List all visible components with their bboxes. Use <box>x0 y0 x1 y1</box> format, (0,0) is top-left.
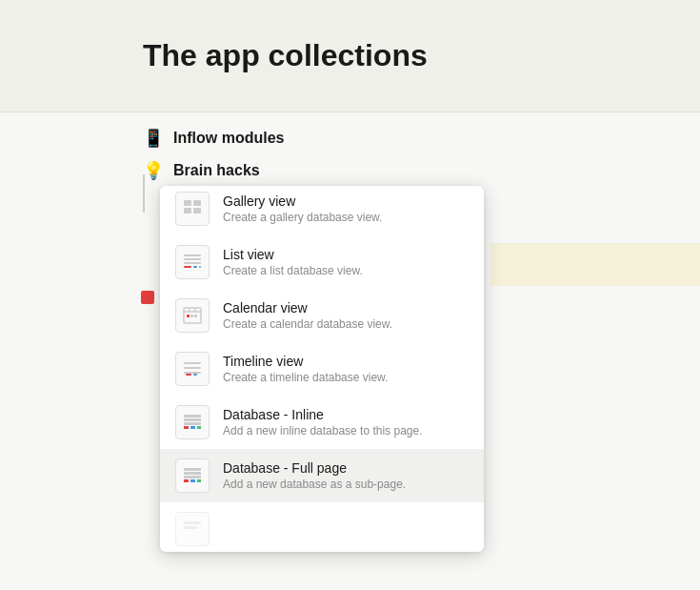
collection-item-inflow[interactable]: 📱 Inflow modules <box>143 122 557 154</box>
page-title: The app collections <box>143 38 557 73</box>
dropdown-item-timeline-view[interactable]: Timeline view Create a timeline database… <box>160 342 484 396</box>
svg-rect-30 <box>184 476 201 478</box>
list-view-text: List view Create a list database view. <box>223 247 363 277</box>
timeline-view-icon <box>175 352 210 386</box>
database-inline-desc: Add a new inline database to this page. <box>223 424 422 437</box>
page-header: The app collections <box>0 0 700 112</box>
database-full-page-icon <box>175 458 210 493</box>
dropdown-item-database-full-page[interactable]: Database - Full page Add a new database … <box>160 449 484 502</box>
timeline-view-text: Timeline view Create a timeline database… <box>223 354 388 384</box>
svg-rect-6 <box>184 262 201 264</box>
svg-rect-5 <box>184 258 201 260</box>
svg-rect-22 <box>184 415 201 417</box>
red-indicator-icon <box>141 291 154 304</box>
svg-rect-15 <box>190 315 193 317</box>
svg-rect-34 <box>184 521 201 524</box>
timeline-view-title: Timeline view <box>223 354 388 369</box>
svg-rect-14 <box>187 315 190 317</box>
svg-rect-2 <box>184 208 191 214</box>
svg-rect-19 <box>184 372 201 374</box>
collection-label-inflow: Inflow modules <box>173 130 284 147</box>
partial-icon <box>175 512 210 546</box>
timeline-view-desc: Create a timeline database view. <box>223 371 388 384</box>
svg-rect-25 <box>184 426 189 429</box>
svg-rect-20 <box>186 374 191 376</box>
svg-rect-24 <box>184 422 201 425</box>
list-view-desc: Create a list database view. <box>223 264 363 277</box>
svg-rect-21 <box>193 374 197 376</box>
svg-rect-31 <box>184 479 189 482</box>
svg-rect-8 <box>193 266 197 268</box>
dropdown-item-partial-bottom: ​ <box>160 502 484 552</box>
svg-rect-23 <box>184 418 201 421</box>
dropdown-popup: Gallery view Create a gallery database v… <box>160 186 484 552</box>
calendar-view-icon <box>175 298 210 333</box>
collection-item-brainhacks[interactable]: 💡 Brain hacks <box>143 154 557 187</box>
collection-label-brainhacks: Brain hacks <box>173 162 260 179</box>
svg-rect-28 <box>184 468 201 471</box>
svg-rect-33 <box>197 479 201 482</box>
svg-rect-9 <box>199 266 201 268</box>
dropdown-item-database-inline[interactable]: Database - Inline Add a new inline datab… <box>160 396 484 449</box>
calendar-view-text: Calendar view Create a calendar database… <box>223 300 392 331</box>
dropdown-item-gallery-view[interactable]: Gallery view Create a gallery database v… <box>160 186 484 235</box>
gallery-view-desc: Create a gallery database view. <box>223 211 382 224</box>
vertical-divider <box>143 174 145 213</box>
database-full-page-text: Database - Full page Add a new database … <box>223 460 406 491</box>
svg-rect-29 <box>184 472 201 475</box>
collection-list: 📱 Inflow modules 💡 Brain hacks <box>0 112 700 196</box>
svg-rect-27 <box>197 426 201 429</box>
highlight-bar <box>490 243 700 286</box>
gallery-view-icon <box>175 192 210 226</box>
svg-rect-26 <box>190 426 195 429</box>
background-page: The app collections 📱 Inflow modules 💡 B… <box>0 0 700 590</box>
database-inline-title: Database - Inline <box>223 407 422 422</box>
svg-rect-7 <box>184 266 191 268</box>
database-full-page-desc: Add a new database as a sub-page. <box>223 478 406 491</box>
list-view-icon <box>175 245 210 279</box>
svg-rect-0 <box>184 200 191 206</box>
calendar-view-title: Calendar view <box>223 300 392 315</box>
bulb-icon: 💡 <box>143 160 164 181</box>
database-inline-icon <box>175 405 210 439</box>
svg-rect-16 <box>194 315 197 317</box>
svg-rect-18 <box>184 367 201 369</box>
svg-rect-1 <box>193 200 201 206</box>
list-view-title: List view <box>223 247 363 262</box>
svg-rect-3 <box>193 208 201 214</box>
database-inline-text: Database - Inline Add a new inline datab… <box>223 407 422 437</box>
svg-rect-35 <box>184 526 197 529</box>
dropdown-item-calendar-view[interactable]: Calendar view Create a calendar database… <box>160 289 484 342</box>
svg-rect-4 <box>184 254 201 256</box>
svg-rect-17 <box>184 362 201 364</box>
dropdown-item-list-view[interactable]: List view Create a list database view. <box>160 235 484 289</box>
calendar-view-desc: Create a calendar database view. <box>223 317 392 331</box>
phone-icon: 📱 <box>143 128 164 149</box>
svg-rect-32 <box>190 479 195 482</box>
gallery-view-title: Gallery view <box>223 193 382 209</box>
gallery-view-text: Gallery view Create a gallery database v… <box>223 193 382 224</box>
database-full-page-title: Database - Full page <box>223 460 406 476</box>
